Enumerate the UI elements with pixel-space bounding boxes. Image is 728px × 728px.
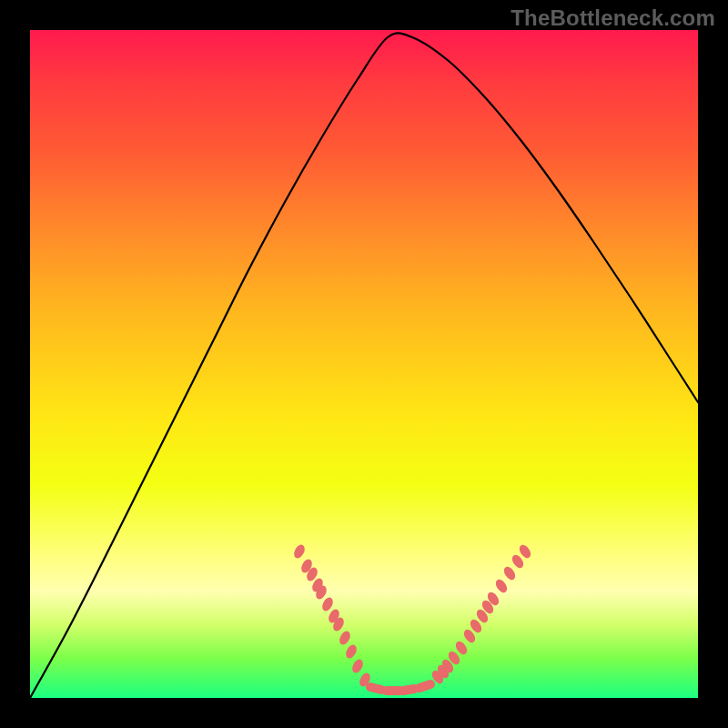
highlight-dot (350, 658, 365, 675)
highlight-dot (320, 596, 335, 613)
highlight-layer (292, 543, 533, 691)
plot-area (30, 30, 698, 698)
highlight-dot (344, 643, 359, 661)
highlight-segment (420, 684, 430, 688)
highlight-dot (493, 578, 509, 595)
curve-svg (30, 30, 698, 698)
highlight-dot (501, 565, 517, 582)
bottleneck-curve (30, 33, 698, 698)
highlight-segment (403, 689, 414, 691)
watermark-text: TheBottleneck.com (511, 5, 715, 31)
chart-container: TheBottleneck.com (0, 0, 728, 728)
highlight-dot (292, 543, 307, 561)
highlight-segment (370, 687, 381, 690)
highlight-dot (338, 630, 352, 647)
